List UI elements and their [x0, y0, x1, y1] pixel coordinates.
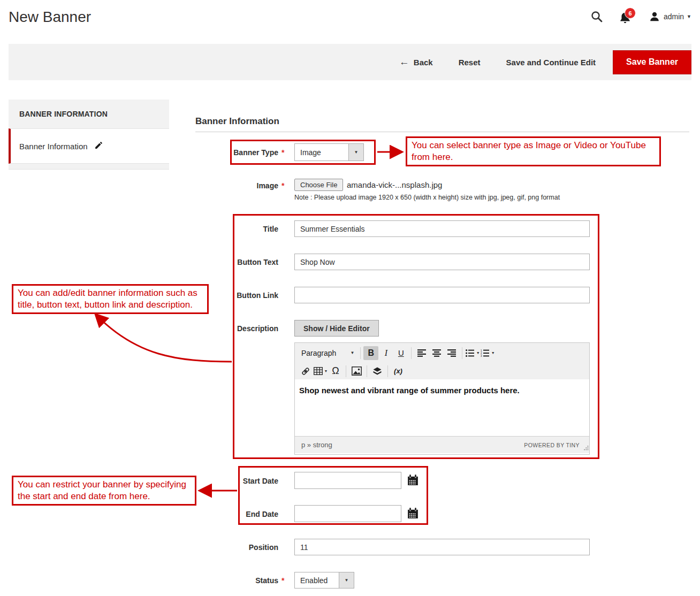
- insert-widget-icon[interactable]: [370, 364, 385, 378]
- page-action-bar: ← Back Reset Save and Continue Edit Save…: [9, 44, 691, 80]
- admin-user-menu[interactable]: admin: [664, 12, 684, 21]
- format-caret-down-icon: ▼: [350, 350, 354, 355]
- required-asterisk: *: [281, 181, 284, 190]
- end-date-calendar-icon[interactable]: [406, 507, 420, 522]
- editor-resize-handle-icon[interactable]: [583, 443, 589, 453]
- editor-status-bar: p » strong POWERED BY TINY: [295, 436, 589, 453]
- sidebar-item-label: Banner Information: [19, 142, 88, 151]
- toolbar-separator: [387, 365, 388, 377]
- annotation-banner-info: You can add/edit banner information such…: [12, 284, 209, 314]
- insert-image-icon[interactable]: [349, 364, 364, 378]
- banner-type-select[interactable]: Image ▼: [294, 143, 364, 161]
- required-asterisk: *: [281, 148, 284, 157]
- insert-link-icon[interactable]: [298, 364, 313, 378]
- toolbar-separator: [346, 365, 346, 377]
- bullet-list-button[interactable]: ▼: [465, 346, 480, 360]
- editor-toolbar-row1: Paragraph ▼ B I U ▼ 123: [295, 343, 589, 363]
- special-character-button[interactable]: Ω: [328, 364, 343, 378]
- description-rich-text-editor: Paragraph ▼ B I U ▼ 123: [294, 342, 590, 455]
- numbered-list-caret-down-icon: ▼: [491, 351, 495, 355]
- align-left-icon[interactable]: [414, 346, 429, 360]
- arrow-banner-info: [96, 315, 232, 362]
- back-button[interactable]: ← Back: [399, 56, 433, 68]
- editor-element-path[interactable]: p » strong: [301, 441, 332, 449]
- bold-button[interactable]: B: [363, 346, 378, 360]
- page-title: New Banner: [9, 9, 91, 26]
- table-button[interactable]: ▼: [313, 364, 328, 378]
- show-hide-editor-button[interactable]: Show / Hide Editor: [294, 320, 379, 337]
- select-caret-down-icon: ▼: [348, 144, 363, 161]
- svg-text:3: 3: [481, 355, 482, 357]
- toolbar-separator: [411, 347, 412, 359]
- end-date-input[interactable]: [294, 505, 401, 522]
- section-divider: [195, 132, 689, 132]
- end-date-label: End Date: [187, 510, 278, 518]
- annotation-dates: You can restrict your banner by specifyi…: [12, 476, 196, 506]
- insert-variable-button[interactable]: (x): [391, 364, 406, 378]
- sidebar: BANNER INFORMATION Banner Information: [9, 100, 169, 170]
- editor-content-area[interactable]: Shop newest and vibrant range of summer …: [295, 379, 589, 436]
- sidebar-item-banner-information[interactable]: Banner Information: [9, 128, 169, 164]
- toolbar-separator: [367, 365, 367, 377]
- button-text-input[interactable]: [294, 254, 590, 270]
- uploaded-filename: amanda-vick-...nsplash.jpg: [347, 180, 442, 189]
- table-caret-down-icon: ▼: [324, 369, 328, 373]
- sidebar-section-header: BANNER INFORMATION: [9, 100, 169, 128]
- image-upload-note: Note : Please upload image 1920 x 650 (w…: [294, 194, 560, 201]
- button-link-input[interactable]: [294, 287, 590, 303]
- status-label: Status*: [187, 576, 278, 585]
- toolbar-separator: [462, 347, 462, 359]
- position-input[interactable]: [294, 539, 590, 555]
- choose-file-button[interactable]: Choose File: [294, 179, 343, 191]
- italic-button[interactable]: I: [378, 346, 393, 360]
- form-section-title: Banner Information: [195, 116, 279, 127]
- underline-button[interactable]: U: [393, 346, 408, 360]
- editor-toolbar-row2: ▼ Ω (x): [295, 363, 589, 379]
- select-caret-down-icon: ▼: [339, 572, 354, 588]
- numbered-list-button[interactable]: 123 ▼: [480, 346, 495, 360]
- search-icon[interactable]: [590, 10, 603, 23]
- back-arrow-icon: ←: [399, 56, 409, 68]
- start-date-calendar-icon[interactable]: [406, 473, 420, 488]
- image-label: Image*: [187, 181, 278, 190]
- title-input[interactable]: [294, 220, 590, 237]
- bullet-list-caret-down-icon: ▼: [476, 351, 480, 355]
- admin-caret-down-icon[interactable]: ▼: [687, 14, 691, 19]
- pencil-icon: [94, 141, 103, 152]
- svg-text:1: 1: [481, 349, 482, 352]
- align-center-icon[interactable]: [429, 346, 444, 360]
- start-date-input[interactable]: [294, 472, 401, 489]
- position-label: Position: [187, 543, 278, 552]
- toolbar-separator: [360, 347, 361, 359]
- start-date-label: Start Date: [187, 477, 278, 485]
- reset-button[interactable]: Reset: [459, 58, 481, 67]
- save-banner-button[interactable]: Save Banner: [613, 50, 691, 74]
- new-banner-page: New Banner 6 admin ▼ ← Back Reset Save a…: [0, 0, 700, 596]
- title-label: Title: [187, 225, 278, 233]
- description-label: Description: [187, 324, 278, 333]
- align-right-icon[interactable]: [444, 346, 459, 360]
- button-text-label: Button Text: [187, 258, 278, 266]
- save-and-continue-button[interactable]: Save and Continue Edit: [506, 58, 596, 67]
- banner-type-label: Banner Type*: [187, 148, 278, 157]
- status-select[interactable]: Enabled ▼: [294, 572, 354, 589]
- admin-avatar-icon[interactable]: [649, 11, 660, 22]
- required-asterisk: *: [281, 576, 284, 585]
- notification-count-badge[interactable]: 6: [625, 7, 636, 19]
- annotation-banner-type: You can select banner type as Image or V…: [406, 136, 661, 166]
- paragraph-format-select[interactable]: Paragraph ▼: [298, 349, 357, 357]
- editor-branding: POWERED BY TINY: [524, 442, 580, 448]
